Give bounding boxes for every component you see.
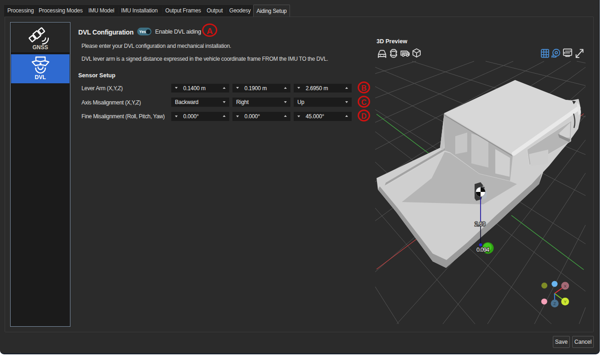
svg-text:Z: Z bbox=[553, 301, 556, 306]
svg-text:X: X bbox=[564, 284, 567, 289]
svg-text:Y: Y bbox=[564, 300, 567, 304]
svg-text:0.094: 0.094 bbox=[476, 247, 489, 253]
svg-text:2.69: 2.69 bbox=[475, 221, 486, 227]
